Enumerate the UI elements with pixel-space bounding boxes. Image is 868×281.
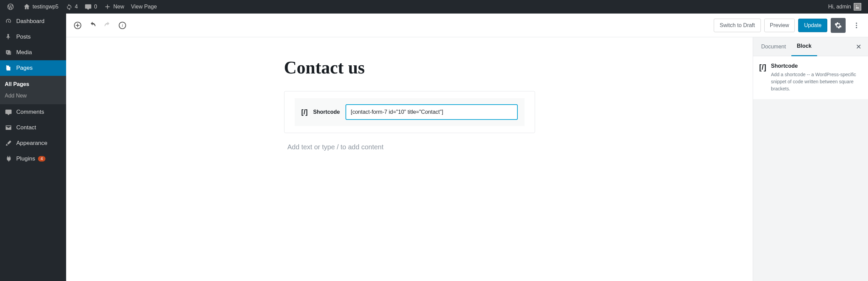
view-page-label: View Page: [131, 4, 157, 10]
shortcode-inner: [/] Shortcode: [295, 98, 525, 126]
sidebar-item-label: Media: [16, 49, 32, 56]
editor-toolbar-right: Switch to Draft Preview Update: [714, 18, 864, 33]
plugins-badge: 4: [38, 156, 46, 161]
add-block-button[interactable]: [70, 18, 85, 33]
editor-toolbar: i Switch to Draft Preview Update: [66, 14, 868, 37]
mail-icon: [5, 124, 12, 131]
media-icon: [5, 49, 12, 56]
svg-point-4: [856, 22, 857, 24]
add-block-placeholder[interactable]: Add text or type / to add content: [284, 133, 535, 161]
account-menu[interactable]: Hi, admin: [825, 0, 865, 14]
tab-block[interactable]: Block: [791, 37, 817, 56]
sidebar-item-plugins[interactable]: Plugins 4: [0, 151, 66, 167]
sidebar-item-appearance[interactable]: Appearance: [0, 135, 66, 151]
brush-icon: [5, 139, 12, 147]
site-link[interactable]: testingwp5: [20, 0, 62, 14]
sidebar-subitem-label: Add New: [5, 93, 27, 99]
sidebar-item-comments[interactable]: Comments: [0, 104, 66, 120]
more-options-button[interactable]: [849, 18, 864, 33]
editor-column: Contact us [/] Shortcode Add text or typ…: [277, 37, 542, 168]
update-button[interactable]: Update: [798, 19, 827, 32]
admin-sidebar: Dashboard Posts Media Pages All Pages Ad…: [0, 14, 66, 281]
sidebar-item-label: Comments: [16, 109, 44, 115]
settings-tabs: Document Block ✕: [753, 37, 868, 56]
sidebar-subitem-label: All Pages: [5, 81, 29, 87]
admin-bar-right: Hi, admin: [825, 0, 865, 14]
redo-button[interactable]: [100, 18, 115, 33]
shortcode-input[interactable]: [346, 104, 518, 120]
pin-icon: [5, 33, 12, 41]
sidebar-item-dashboard[interactable]: Dashboard: [0, 14, 66, 29]
sidebar-item-label: Dashboard: [16, 18, 44, 25]
wp-logo-menu[interactable]: [3, 0, 20, 14]
pages-icon: [5, 64, 12, 72]
greeting: Hi, admin: [828, 4, 851, 10]
switch-to-draft-button[interactable]: Switch to Draft: [714, 19, 761, 32]
close-settings-button[interactable]: ✕: [852, 40, 865, 53]
updates-icon: [65, 3, 73, 10]
site-name: testingwp5: [33, 4, 59, 10]
tab-document[interactable]: Document: [756, 37, 791, 56]
view-page-link[interactable]: View Page: [127, 0, 160, 14]
new-label: New: [113, 4, 124, 10]
editor-body: Contact us [/] Shortcode Add text or typ…: [66, 37, 753, 281]
sidebar-submenu-pages: All Pages Add New: [0, 76, 66, 104]
comment-icon: [5, 108, 12, 116]
settings-sidebar: Document Block ✕ [/] Shortcode Add a sho…: [753, 37, 868, 281]
sidebar-item-label: Plugins: [16, 155, 35, 162]
sidebar-item-label: Appearance: [16, 140, 47, 147]
page-title[interactable]: Contact us: [284, 58, 535, 78]
preview-button[interactable]: Preview: [764, 19, 795, 32]
content-structure-button[interactable]: i: [115, 18, 130, 33]
svg-point-6: [856, 27, 857, 28]
wordpress-icon: [7, 3, 14, 10]
settings-toggle-button[interactable]: [831, 18, 846, 33]
plus-icon: [104, 3, 111, 10]
shortcode-icon: [/]: [759, 63, 766, 92]
close-icon: ✕: [856, 43, 862, 51]
comments-count: 0: [94, 4, 97, 10]
plug-icon: [5, 155, 12, 163]
undo-button[interactable]: [85, 18, 100, 33]
editor-region: i Switch to Draft Preview Update Contact…: [66, 14, 868, 281]
sidebar-subitem-add-new[interactable]: Add New: [0, 90, 66, 102]
shortcode-label: Shortcode: [313, 109, 340, 115]
avatar: [854, 3, 861, 10]
updates-count: 4: [75, 4, 78, 10]
comments-link[interactable]: 0: [81, 0, 100, 14]
block-panel-title: Shortcode: [771, 63, 862, 69]
sidebar-item-label: Posts: [16, 34, 31, 40]
block-settings-panel: [/] Shortcode Add a shortcode -- a WordP…: [753, 56, 868, 99]
new-content-link[interactable]: New: [100, 0, 127, 14]
sidebar-item-contact[interactable]: Contact: [0, 120, 66, 135]
admin-bar: testingwp5 4 0 New View Page Hi, admin: [0, 0, 868, 14]
sidebar-item-posts[interactable]: Posts: [0, 29, 66, 45]
comment-icon: [84, 3, 92, 10]
sidebar-item-label: Pages: [16, 65, 33, 71]
shortcode-icon: [/]: [301, 108, 308, 116]
svg-text:i: i: [122, 23, 123, 28]
svg-point-5: [856, 25, 857, 26]
sidebar-subitem-all-pages[interactable]: All Pages: [0, 79, 66, 90]
svg-point-0: [856, 5, 857, 6]
block-panel-desc: Add a shortcode -- a WordPress-specific …: [771, 71, 862, 92]
sidebar-item-label: Contact: [16, 124, 36, 131]
gauge-icon: [5, 18, 12, 25]
sidebar-item-pages[interactable]: Pages: [0, 60, 66, 76]
home-icon: [23, 3, 31, 10]
updates-link[interactable]: 4: [62, 0, 81, 14]
shortcode-block[interactable]: [/] Shortcode: [284, 91, 535, 133]
sidebar-item-media[interactable]: Media: [0, 45, 66, 60]
